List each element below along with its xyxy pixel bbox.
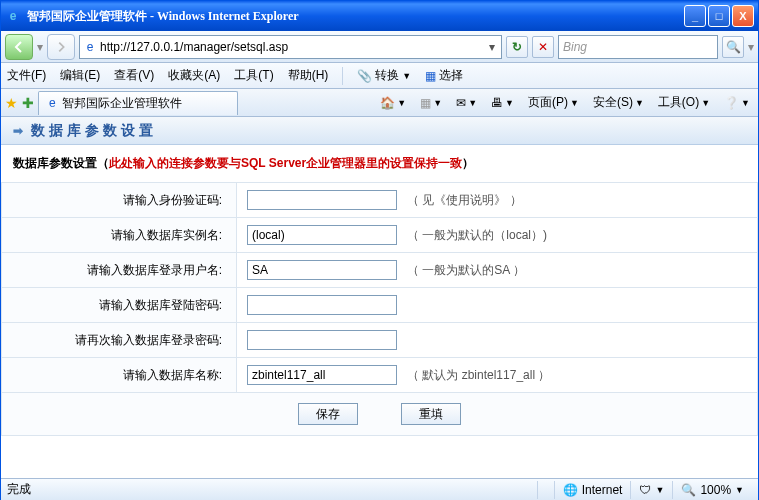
hint-user: （ 一般为默认的SA ）	[407, 263, 525, 277]
settings-form: 请输入身份验证码 （ 见《使用说明》 ） 请输入数据库实例名 （ 一般为默认的（…	[1, 182, 758, 436]
back-dropdown-icon[interactable]: ▾	[37, 40, 43, 54]
help-icon-button[interactable]: ❔▼	[720, 94, 754, 112]
label-password: 请输入数据库登陆密码	[2, 288, 237, 323]
page-content: ➡ 数据库参数设置 数据库参数设置（此处输入的连接参数要与SQL Server企…	[1, 117, 758, 477]
menu-tools[interactable]: 工具(T)	[234, 67, 273, 84]
convert-icon: 📎	[357, 69, 372, 83]
input-auth[interactable]	[247, 190, 397, 210]
shield-icon: 🛡	[639, 483, 651, 497]
print-button[interactable]: 🖶▼	[487, 94, 518, 112]
address-bar[interactable]: e ▾	[79, 35, 502, 59]
save-button[interactable]: 保存	[298, 403, 358, 425]
page-icon: e	[80, 40, 100, 54]
home-icon: 🏠	[380, 96, 395, 110]
status-bar: 完成 🌐 Internet 🛡 ▼ 🔍 100% ▼	[1, 478, 758, 500]
hint-dbname: （ 默认为 zbintel117_all ）	[407, 368, 550, 382]
nav-toolbar: ▾ e ▾ ↻ ✕ Bing 🔍 ▾	[1, 31, 758, 63]
reset-button[interactable]: 重填	[401, 403, 461, 425]
page-menu[interactable]: 页面(P)▼	[524, 92, 583, 113]
safety-menu[interactable]: 安全(S)▼	[589, 92, 648, 113]
label-instance: 请输入数据库实例名	[2, 218, 237, 253]
search-placeholder: Bing	[563, 40, 587, 54]
close-button[interactable]: X	[732, 5, 754, 27]
label-auth: 请输入身份验证码	[2, 183, 237, 218]
status-text: 完成	[7, 481, 31, 498]
tab-favicon: e	[49, 96, 56, 110]
window-titlebar: e 智邦国际企业管理软件 - Windows Internet Explorer…	[1, 1, 758, 31]
feeds-button[interactable]: ▦▼	[416, 94, 446, 112]
convert-button[interactable]: 📎 转换 ▼	[357, 67, 411, 84]
label-dbname: 请输入数据库名称	[2, 358, 237, 393]
label-password-confirm: 请再次输入数据库登录密码	[2, 323, 237, 358]
warning-line: 数据库参数设置（此处输入的连接参数要与SQL Server企业管理器里的设置保持…	[1, 145, 758, 182]
menu-edit[interactable]: 编辑(E)	[60, 67, 100, 84]
warning-text: 此处输入的连接参数要与SQL Server企业管理器里的设置保持一致	[109, 156, 462, 170]
menu-help[interactable]: 帮助(H)	[288, 67, 329, 84]
protected-mode-pane: 🛡 ▼	[630, 481, 672, 499]
tools-menu[interactable]: 工具(O)▼	[654, 92, 714, 113]
minimize-button[interactable]: _	[684, 5, 706, 27]
zoom-level: 100%	[700, 483, 731, 497]
menu-file[interactable]: 文件(F)	[7, 67, 46, 84]
ie-icon: e	[5, 8, 21, 24]
hint-instance: （ 一般为默认的（local）)	[407, 228, 547, 242]
menu-view[interactable]: 查看(V)	[114, 67, 154, 84]
status-zone: 🌐 Internet	[554, 481, 631, 499]
mail-icon: ✉	[456, 96, 466, 110]
zoom-pane[interactable]: 🔍 100% ▼	[672, 481, 752, 499]
zoom-icon: 🔍	[681, 483, 696, 497]
window-title: 智邦国际企业管理软件 - Windows Internet Explorer	[27, 8, 684, 25]
mail-button[interactable]: ✉▼	[452, 94, 481, 112]
menu-separator	[342, 67, 343, 85]
chevron-down-icon: ▼	[402, 71, 411, 81]
forward-button	[47, 34, 75, 60]
tab-label: 智邦国际企业管理软件	[62, 95, 182, 112]
url-dropdown-icon[interactable]: ▾	[483, 40, 501, 54]
add-favorite-icon[interactable]: ✚	[22, 95, 34, 111]
input-user[interactable]	[247, 260, 397, 280]
menu-bar: 文件(F) 编辑(E) 查看(V) 收藏夹(A) 工具(T) 帮助(H) 📎 转…	[1, 63, 758, 89]
search-button[interactable]: 🔍	[722, 36, 744, 58]
url-input[interactable]	[100, 37, 483, 57]
globe-icon: 🌐	[563, 483, 578, 497]
help-icon: ❔	[724, 96, 739, 110]
search-box[interactable]: Bing	[558, 35, 718, 59]
input-instance[interactable]	[247, 225, 397, 245]
rss-icon: ▦	[420, 96, 431, 110]
print-icon: 🖶	[491, 96, 503, 110]
section-header: ➡ 数据库参数设置	[1, 117, 758, 145]
back-button[interactable]	[5, 34, 33, 60]
input-dbname[interactable]	[247, 365, 397, 385]
section-title: 数据库参数设置	[31, 122, 157, 140]
maximize-button[interactable]: □	[708, 5, 730, 27]
select-button[interactable]: ▦ 选择	[425, 67, 463, 84]
select-icon: ▦	[425, 69, 436, 83]
stop-button[interactable]: ✕	[532, 36, 554, 58]
status-pane-empty1	[537, 481, 554, 499]
refresh-button[interactable]: ↻	[506, 36, 528, 58]
label-user: 请输入数据库登录用户名	[2, 253, 237, 288]
input-password-confirm[interactable]	[247, 330, 397, 350]
search-dropdown-icon[interactable]: ▾	[748, 40, 754, 54]
hint-auth: （ 见《使用说明》 ）	[407, 193, 522, 207]
favorites-star-icon[interactable]: ★	[5, 95, 18, 111]
section-arrow-icon: ➡	[13, 124, 23, 138]
input-password[interactable]	[247, 295, 397, 315]
tab-bar: ★ ✚ e 智邦国际企业管理软件 🏠▼ ▦▼ ✉▼ 🖶▼ 页面(P)▼ 安全(S…	[1, 89, 758, 117]
browser-tab[interactable]: e 智邦国际企业管理软件	[38, 91, 238, 115]
menu-favorites[interactable]: 收藏夹(A)	[168, 67, 220, 84]
home-button[interactable]: 🏠▼	[376, 94, 410, 112]
